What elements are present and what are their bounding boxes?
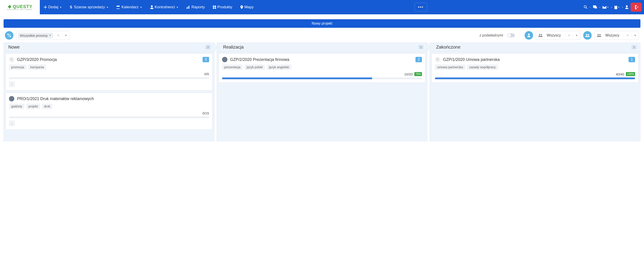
column-body: GZP/2/2020 Prezentacja firmowa2prezentac… bbox=[217, 52, 428, 141]
caret-down-icon[interactable]: ▼ bbox=[62, 34, 70, 37]
user-filter-button[interactable] bbox=[524, 31, 533, 40]
clipboard-icon bbox=[614, 5, 618, 9]
logo[interactable]: QUESTY BUSINESS SOFTWARE bbox=[0, 0, 40, 14]
search-icon bbox=[584, 5, 588, 9]
tag-list: prezentacjajęzyk polskijęzyk angielski bbox=[222, 65, 422, 70]
nav-add[interactable]: Dodaj ▼ bbox=[40, 0, 66, 14]
nav-more-button[interactable]: ••• bbox=[414, 3, 427, 12]
filter-row: Wszystkie procesy ✕ ✕ ▼ z podwładnymi Ws… bbox=[0, 31, 644, 43]
svg-rect-3 bbox=[189, 6, 190, 9]
search-button[interactable] bbox=[584, 5, 588, 9]
svg-rect-6 bbox=[213, 8, 214, 9]
user-icon bbox=[625, 5, 628, 9]
svg-rect-1 bbox=[186, 8, 187, 9]
logout-button[interactable] bbox=[630, 3, 642, 12]
caret-down-icon[interactable]: ▼ bbox=[631, 34, 639, 37]
clear-select-button[interactable]: ✕ bbox=[54, 34, 62, 37]
svg-point-13 bbox=[8, 34, 9, 35]
users-icon bbox=[585, 34, 590, 37]
card-title: GZP/2/2020 Prezentacja firmowa bbox=[230, 57, 413, 62]
column-header[interactable]: Nowe2 bbox=[4, 43, 214, 52]
svg-point-22 bbox=[599, 34, 600, 35]
column-title: Nowe bbox=[8, 45, 20, 50]
logo-text: QUESTY bbox=[13, 4, 32, 9]
arrow-up-button[interactable]: ↑ bbox=[9, 81, 15, 87]
chat-icon bbox=[593, 5, 597, 9]
svg-rect-2 bbox=[188, 7, 188, 9]
chat-button[interactable] bbox=[593, 5, 597, 9]
avatar: ✎ bbox=[435, 57, 440, 62]
nav-calendar[interactable]: Kalendarz ▼ bbox=[112, 0, 146, 14]
project-card[interactable]: GZP/2/2020 Prezentacja firmowa2prezentac… bbox=[219, 54, 426, 83]
caret-down-icon: ▼ bbox=[60, 6, 62, 9]
subordinates-toggle[interactable] bbox=[507, 33, 515, 37]
card-stats: 10/2075% bbox=[222, 72, 422, 76]
clipboard-button[interactable]: ▼ bbox=[614, 5, 620, 9]
project-card[interactable]: PRO/1/2021 Druk materiałów reklamowychga… bbox=[6, 93, 212, 130]
group-select[interactable]: Wszyscy ✕ ▼ bbox=[594, 31, 639, 40]
nav-products[interactable]: Produkty bbox=[209, 0, 236, 14]
caret-down-icon: ▼ bbox=[607, 6, 609, 8]
progress-bar bbox=[9, 116, 209, 118]
users-icon bbox=[536, 34, 545, 37]
logo-icon bbox=[8, 5, 12, 9]
user-icon bbox=[527, 34, 530, 37]
percent-badge: 100% bbox=[626, 72, 635, 76]
remove-tag-button[interactable]: ✕ bbox=[49, 34, 51, 37]
project-card[interactable]: ✎GZP/3/2020 Promocja3promocjakampania0/0… bbox=[6, 54, 212, 90]
caret-down-icon: ▼ bbox=[618, 6, 620, 8]
new-project-button[interactable]: Nowy projekt bbox=[4, 19, 640, 28]
svg-point-14 bbox=[10, 36, 11, 37]
progress-bar bbox=[435, 78, 635, 79]
percent-badge: 75% bbox=[414, 72, 422, 76]
column-header[interactable]: Zakończone1 bbox=[430, 43, 640, 52]
column-count-badge: 2 bbox=[205, 45, 210, 49]
grid-icon bbox=[213, 6, 216, 9]
logo-subtitle: BUSINESS SOFTWARE bbox=[8, 9, 32, 10]
svg-rect-10 bbox=[614, 6, 617, 9]
svg-rect-11 bbox=[615, 5, 616, 6]
tag: druk bbox=[42, 104, 52, 109]
tag: zasady współpracy bbox=[467, 65, 498, 70]
plus-icon bbox=[44, 6, 47, 9]
caret-down-icon: ▼ bbox=[176, 6, 178, 9]
tag: gadżety bbox=[9, 104, 24, 109]
kanban-column: Zakończone1✎GZP/1/2020 Umowa partnerska1… bbox=[430, 43, 640, 141]
nav-contractors[interactable]: Kontrahenci ▼ bbox=[146, 0, 183, 14]
card-ratio: 0/0 bbox=[204, 72, 209, 76]
avatar bbox=[222, 57, 228, 62]
card-title: GZP/3/2020 Promocja bbox=[17, 57, 200, 62]
avatar: ✎ bbox=[9, 57, 14, 62]
svg-point-17 bbox=[539, 34, 540, 35]
project-card[interactable]: ✎GZP/1/2020 Umowa partnerska1umowa partn… bbox=[432, 54, 638, 83]
nav-reports[interactable]: Raporty bbox=[182, 0, 209, 14]
group-filter-button[interactable] bbox=[583, 31, 592, 40]
arrow-down-button[interactable]: ↓ bbox=[9, 120, 15, 126]
tag-list: gadżetyprojektdruk bbox=[9, 104, 209, 109]
nav-opportunities[interactable]: Szanse sprzedaży ▼ bbox=[66, 0, 112, 14]
profile-button[interactable] bbox=[625, 5, 628, 9]
column-header[interactable]: Realizacja1 bbox=[217, 43, 428, 52]
nav-maps[interactable]: Mapy bbox=[236, 0, 258, 14]
svg-point-16 bbox=[528, 34, 530, 35]
progress-bar bbox=[9, 77, 209, 79]
tag: prezentacja bbox=[222, 65, 242, 70]
percent-icon bbox=[7, 33, 11, 37]
card-badge: 1 bbox=[628, 57, 635, 62]
caret-down-icon[interactable]: ▼ bbox=[573, 34, 580, 37]
tag: kampania bbox=[28, 65, 46, 70]
mail-button[interactable]: ▼ bbox=[602, 6, 609, 9]
user-select[interactable]: Wszyscy ✕ ▼ bbox=[536, 31, 580, 40]
kanban-column: Nowe2✎GZP/3/2020 Promocja3promocjakampan… bbox=[4, 43, 214, 141]
svg-rect-7 bbox=[215, 8, 216, 9]
ellipsis-icon: ••• bbox=[418, 5, 424, 10]
card-ratio: 0/15 bbox=[202, 111, 209, 115]
users-icon bbox=[594, 34, 604, 37]
clear-select-button[interactable]: ✕ bbox=[624, 34, 631, 37]
clear-select-button[interactable]: ✕ bbox=[565, 34, 573, 37]
process-select[interactable]: Wszystkie procesy ✕ ✕ ▼ bbox=[16, 31, 70, 40]
tag: projekt bbox=[26, 104, 40, 109]
process-filter-button[interactable] bbox=[5, 31, 14, 40]
svg-point-21 bbox=[598, 34, 599, 35]
tag: umowa partnerska bbox=[435, 65, 465, 70]
